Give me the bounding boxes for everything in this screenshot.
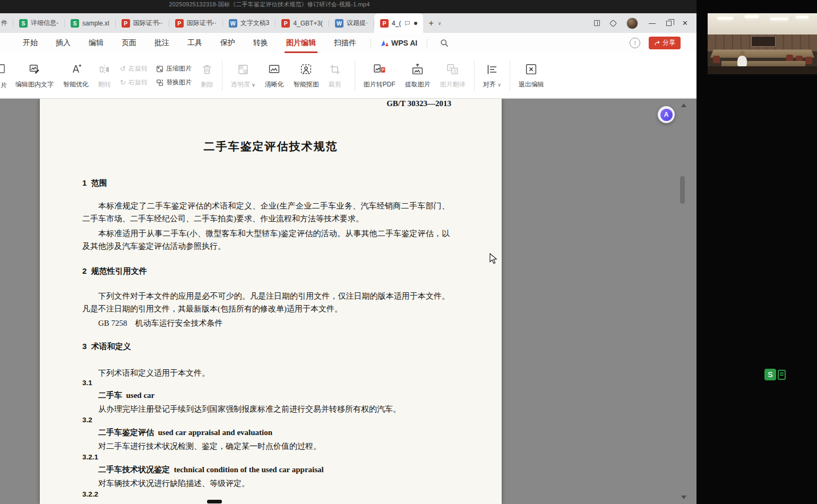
pdf-app-icon: P: [380, 19, 389, 28]
section-1-paragraph-2: 本标准适用于从事二手车(小、微型客车和大型轿车)鉴定评估的活动。从事其他二手车鉴…: [82, 227, 450, 253]
writer-app-icon: W: [229, 19, 237, 28]
wps-office-window: 件 S 详细信息- S sample.xl P 国际证书-· P 国际证书-· …: [0, 13, 696, 504]
sharpen-button[interactable]: 清晰化: [260, 63, 289, 89]
edit-image-text-button[interactable]: 编辑图内文字: [11, 63, 58, 89]
smart-matting-button[interactable]: 智能抠图: [289, 63, 324, 89]
crop-icon: [329, 63, 341, 76]
menu-item-convert[interactable]: 转换: [248, 33, 273, 53]
section-2-heading: 2 规范性引用文件: [82, 266, 147, 276]
wps-ai-fab-button[interactable]: A: [658, 106, 675, 123]
search-icon[interactable]: [440, 39, 449, 47]
wps-ai-fab-icon: A: [660, 109, 673, 121]
tab-text-document[interactable]: W 文字文稿3: [223, 13, 276, 33]
tab-sample[interactable]: S sample.xl: [65, 13, 115, 33]
term-number: 3.2.2: [82, 490, 98, 498]
menu-item-edit[interactable]: 编辑: [84, 33, 108, 53]
section-3-heading: 3 术语和定义: [82, 342, 131, 352]
menu-item-home[interactable]: 开始: [18, 33, 42, 53]
flip-icon: [98, 63, 111, 76]
webcam-feed: [708, 13, 817, 74]
tab-certificate-2[interactable]: P 国际证书-·: [169, 13, 222, 33]
scrollbar-thumb[interactable]: [680, 176, 685, 204]
tab-details[interactable]: S 详细信息-: [13, 13, 64, 33]
menu-item-wps-ai[interactable]: WPS AI: [381, 39, 417, 47]
spreadsheet-app-icon: S: [19, 19, 28, 28]
menu-item-tools[interactable]: 工具: [183, 33, 207, 53]
opacity-icon: [237, 63, 250, 76]
webcam-shape: [708, 66, 817, 74]
scrollbar-up-arrow[interactable]: [681, 103, 686, 107]
menu-item-comment[interactable]: 批注: [150, 33, 174, 53]
tab-agenda[interactable]: W 议题提·: [329, 13, 374, 33]
close-button[interactable]: ✕: [682, 19, 688, 27]
image-to-pdf-icon: P: [373, 63, 386, 76]
extract-image-button[interactable]: 提取图片: [400, 63, 435, 89]
svg-text:文: 文: [453, 69, 458, 74]
split-view-icon[interactable]: [594, 20, 600, 26]
document-area: GB/T 30323—2013 二手车鉴定评估技术规范 1 范围 本标准规定了二…: [0, 99, 696, 504]
webcam-shape: [770, 18, 788, 20]
minimize-button[interactable]: —: [649, 19, 656, 27]
toolbar-partial-button[interactable]: 片: [0, 59, 11, 93]
term-title: 二手车 used car: [98, 390, 154, 401]
tab-certificate-1[interactable]: P 国际证书-·: [116, 13, 169, 33]
term-number: 3.2.1: [82, 453, 98, 461]
wps-ai-logo-icon: [381, 40, 389, 47]
term-definition: 对二手车进行技术状况检测、鉴定，确定某一时点价值的过程。: [82, 440, 450, 452]
exit-edit-button[interactable]: 退出编辑: [514, 63, 549, 89]
menu-item-scanner[interactable]: 扫描件: [329, 33, 361, 53]
toolbar-ribbon: 片 编辑图内文字 智能优化: [0, 53, 696, 99]
sharpen-icon: [268, 63, 281, 76]
replace-image-button[interactable]: 替换图片: [156, 78, 192, 87]
menu-item-insert[interactable]: 插入: [51, 33, 75, 53]
tab-list-dropdown-icon[interactable]: ∨: [438, 21, 442, 26]
share-button[interactable]: 分享: [649, 37, 681, 49]
rotate-right-button[interactable]: ↻ 右旋转: [120, 78, 148, 87]
chevron-down-icon: ∨: [252, 82, 255, 88]
menu-item-page[interactable]: 页面: [117, 33, 141, 53]
tab-partial-left[interactable]: 件: [0, 13, 13, 33]
document-title: 二手车鉴定评估技术规范: [40, 139, 502, 154]
menu-item-protect[interactable]: 保护: [216, 33, 240, 53]
webcam-shape: [805, 57, 812, 64]
extract-image-icon: [411, 63, 424, 76]
restore-window-button[interactable]: [666, 21, 672, 26]
tab-active-pdf[interactable]: P 4_(: [374, 13, 423, 33]
trash-icon: [201, 63, 213, 76]
document-page[interactable]: GB/T 30323—2013 二手车鉴定评估技术规范 1 范围 本标准规定了二…: [40, 99, 502, 504]
menubar: 开始 插入 编辑 页面 批注 工具 保护 转换 图片编辑 扫描件 WPS AI …: [0, 33, 696, 53]
rotate-left-icon: ↺: [120, 65, 126, 72]
section-2-reference: GB 7258 机动车运行安全技术条件: [82, 317, 450, 329]
flip-button[interactable]: 翻转: [93, 63, 116, 89]
align-button[interactable]: 对齐 ∨: [478, 63, 506, 89]
upload-icon[interactable]: ↑: [630, 38, 640, 48]
image-translate-icon: A 文: [446, 63, 459, 76]
pdf-app-icon: P: [175, 19, 184, 28]
pdf-app-icon: P: [122, 19, 130, 28]
new-tab-button[interactable]: +: [428, 19, 433, 28]
rotate-left-button[interactable]: ↺ 左旋转: [120, 64, 148, 73]
watermark-logo: S: [764, 369, 786, 380]
delete-button[interactable]: 删除: [196, 63, 218, 89]
image-icon: [0, 62, 6, 76]
crop-button[interactable]: 裁剪: [324, 63, 346, 89]
term-title: 二手车技术状况鉴定 technical condition of the use…: [98, 465, 324, 475]
term-number: 3.1: [82, 379, 92, 387]
webcam-shape: [796, 16, 809, 19]
section-1-heading: 1 范围: [82, 178, 107, 188]
video-title: 20250925132318-国标《二手车鉴定评估技术规范》修订研讨会-视频-1…: [0, 1, 539, 8]
image-translate-button[interactable]: A 文 图片翻译: [435, 63, 470, 89]
right-video-panel: S: [696, 0, 817, 504]
pdf-app-icon: P: [281, 19, 290, 28]
scrollbar-down-arrow[interactable]: [681, 496, 686, 499]
user-avatar[interactable]: [626, 18, 638, 29]
menu-separator: [427, 39, 427, 47]
image-to-pdf-button[interactable]: P 图片转PDF: [359, 63, 400, 89]
tab-gbt-pdf[interactable]: P 4_GBT+3(: [276, 13, 329, 33]
menu-item-image-edit[interactable]: 图片编辑: [281, 33, 321, 53]
compress-image-button[interactable]: 压缩图片: [156, 64, 192, 73]
smart-optimize-button[interactable]: 智能优化: [58, 63, 93, 89]
standard-code: GB/T 30323—2013: [386, 99, 451, 108]
skin-settings-icon[interactable]: [609, 19, 617, 27]
opacity-button[interactable]: 透明度 ∨: [226, 63, 260, 89]
